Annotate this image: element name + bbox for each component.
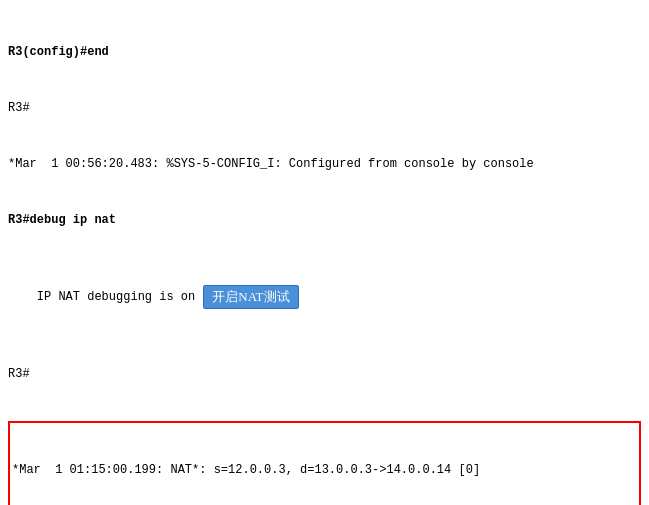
highlighted-nat-block: *Mar 1 01:15:00.199: NAT*: s=12.0.0.3, d…: [8, 421, 641, 505]
terminal-output: R3(config)#end R3# *Mar 1 00:56:20.483: …: [0, 0, 649, 505]
highlight-line-0: *Mar 1 01:15:00.199: NAT*: s=12.0.0.3, d…: [12, 461, 637, 480]
line-debug-ip-nat: R3#debug ip nat: [8, 211, 641, 230]
line-sys-config: *Mar 1 00:56:20.483: %SYS-5-CONFIG_I: Co…: [8, 155, 641, 174]
line-r3-config-end: R3(config)#end: [8, 43, 641, 62]
line-r3-prompt-2: R3#: [8, 365, 641, 384]
start-nat-test-button[interactable]: 开启NAT测试: [203, 285, 298, 309]
line-ip-nat-debugging: IP NAT debugging is on开启NAT测试: [8, 266, 641, 327]
line-r3-prompt-1: R3#: [8, 99, 641, 118]
